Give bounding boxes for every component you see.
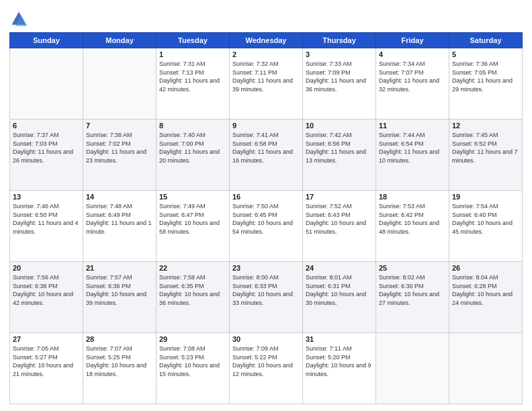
day-info: Sunrise: 7:52 AM Sunset: 6:43 PM Dayligh… [306, 202, 373, 236]
day-info: Sunrise: 8:02 AM Sunset: 6:30 PM Dayligh… [379, 273, 446, 307]
day-number: 4 [379, 50, 446, 58]
day-info: Sunrise: 7:44 AM Sunset: 6:54 PM Dayligh… [379, 131, 446, 165]
calendar-table: SundayMondayTuesdayWednesdayThursdayFrid… [9, 32, 523, 404]
logo-icon [9, 9, 28, 28]
calendar-cell [10, 48, 83, 120]
day-number: 5 [452, 50, 519, 58]
day-info: Sunrise: 7:38 AM Sunset: 7:02 PM Dayligh… [86, 131, 153, 165]
calendar-week: 27Sunrise: 7:05 AM Sunset: 5:27 PM Dayli… [10, 333, 523, 404]
calendar-cell: 14Sunrise: 7:48 AM Sunset: 6:49 PM Dayli… [83, 191, 157, 262]
day-number: 24 [306, 264, 373, 272]
calendar-cell: 6Sunrise: 7:37 AM Sunset: 7:03 PM Daylig… [10, 120, 83, 191]
calendar-cell: 7Sunrise: 7:38 AM Sunset: 7:02 PM Daylig… [83, 120, 157, 191]
day-info: Sunrise: 7:34 AM Sunset: 7:07 PM Dayligh… [379, 60, 446, 93]
day-number: 11 [379, 122, 446, 130]
calendar-cell: 9Sunrise: 7:41 AM Sunset: 6:58 PM Daylig… [230, 120, 303, 191]
calendar-cell: 26Sunrise: 8:04 AM Sunset: 6:28 PM Dayli… [449, 262, 523, 333]
day-number: 15 [159, 193, 226, 201]
calendar-week: 20Sunrise: 7:56 AM Sunset: 6:38 PM Dayli… [10, 262, 523, 333]
day-number: 27 [13, 335, 80, 343]
day-number: 20 [13, 264, 80, 272]
calendar-cell: 13Sunrise: 7:46 AM Sunset: 6:50 PM Dayli… [10, 191, 83, 262]
day-info: Sunrise: 7:09 AM Sunset: 5:22 PM Dayligh… [232, 345, 300, 378]
calendar-cell: 12Sunrise: 7:45 AM Sunset: 6:52 PM Dayli… [449, 120, 523, 191]
header-day: Saturday [449, 33, 523, 48]
day-info: Sunrise: 7:50 AM Sunset: 6:45 PM Dayligh… [232, 202, 300, 236]
day-number: 18 [379, 193, 446, 201]
day-number: 12 [452, 122, 519, 130]
day-number: 7 [86, 122, 153, 130]
day-info: Sunrise: 7:11 AM Sunset: 5:20 PM Dayligh… [306, 345, 373, 378]
calendar-cell: 24Sunrise: 8:01 AM Sunset: 6:31 PM Dayli… [303, 262, 376, 333]
calendar-cell: 19Sunrise: 7:54 AM Sunset: 6:40 PM Dayli… [449, 191, 523, 262]
day-number: 14 [86, 193, 153, 201]
day-number: 3 [306, 50, 373, 58]
day-info: Sunrise: 7:41 AM Sunset: 6:58 PM Dayligh… [232, 131, 300, 165]
day-info: Sunrise: 7:46 AM Sunset: 6:50 PM Dayligh… [13, 202, 80, 236]
calendar-cell: 25Sunrise: 8:02 AM Sunset: 6:30 PM Dayli… [376, 262, 449, 333]
calendar-cell: 18Sunrise: 7:53 AM Sunset: 6:42 PM Dayli… [376, 191, 449, 262]
header-day: Wednesday [230, 33, 303, 48]
calendar-cell [376, 333, 449, 404]
day-number: 2 [232, 50, 300, 58]
calendar-header: SundayMondayTuesdayWednesdayThursdayFrid… [10, 33, 523, 48]
calendar-cell [83, 48, 157, 120]
day-number: 23 [232, 264, 300, 272]
calendar-cell: 17Sunrise: 7:52 AM Sunset: 6:43 PM Dayli… [303, 191, 376, 262]
day-number: 31 [306, 335, 373, 343]
calendar-cell: 27Sunrise: 7:05 AM Sunset: 5:27 PM Dayli… [10, 333, 83, 404]
calendar-cell: 22Sunrise: 7:58 AM Sunset: 6:35 PM Dayli… [157, 262, 230, 333]
day-number: 21 [86, 264, 153, 272]
logo [9, 9, 30, 28]
header-day: Tuesday [157, 33, 230, 48]
day-info: Sunrise: 7:45 AM Sunset: 6:52 PM Dayligh… [452, 131, 519, 165]
day-number: 26 [452, 264, 519, 272]
day-info: Sunrise: 8:04 AM Sunset: 6:28 PM Dayligh… [452, 273, 519, 307]
day-info: Sunrise: 7:53 AM Sunset: 6:42 PM Dayligh… [379, 202, 446, 236]
day-number: 17 [306, 193, 373, 201]
day-number: 10 [306, 122, 373, 130]
day-number: 25 [379, 264, 446, 272]
day-info: Sunrise: 7:54 AM Sunset: 6:40 PM Dayligh… [452, 202, 519, 236]
header-day: Friday [376, 33, 449, 48]
day-info: Sunrise: 8:00 AM Sunset: 6:33 PM Dayligh… [232, 273, 300, 307]
calendar-week: 1Sunrise: 7:31 AM Sunset: 7:13 PM Daylig… [10, 48, 523, 120]
calendar-cell: 16Sunrise: 7:50 AM Sunset: 6:45 PM Dayli… [230, 191, 303, 262]
calendar-cell: 3Sunrise: 7:33 AM Sunset: 7:09 PM Daylig… [303, 48, 376, 120]
day-number: 1 [159, 50, 226, 58]
day-number: 30 [232, 335, 300, 343]
day-info: Sunrise: 7:56 AM Sunset: 6:38 PM Dayligh… [13, 273, 80, 307]
day-info: Sunrise: 7:48 AM Sunset: 6:49 PM Dayligh… [86, 202, 153, 236]
day-info: Sunrise: 7:58 AM Sunset: 6:35 PM Dayligh… [159, 273, 226, 307]
day-number: 16 [232, 193, 300, 201]
day-number: 19 [452, 193, 519, 201]
calendar-cell: 11Sunrise: 7:44 AM Sunset: 6:54 PM Dayli… [376, 120, 449, 191]
day-number: 8 [159, 122, 226, 130]
calendar-week: 6Sunrise: 7:37 AM Sunset: 7:03 PM Daylig… [10, 120, 523, 191]
calendar-cell: 29Sunrise: 7:08 AM Sunset: 5:23 PM Dayli… [157, 333, 230, 404]
calendar-cell: 23Sunrise: 8:00 AM Sunset: 6:33 PM Dayli… [230, 262, 303, 333]
day-info: Sunrise: 7:07 AM Sunset: 5:25 PM Dayligh… [86, 345, 153, 378]
calendar-cell: 5Sunrise: 7:36 AM Sunset: 7:05 PM Daylig… [449, 48, 523, 120]
calendar-cell: 8Sunrise: 7:40 AM Sunset: 7:00 PM Daylig… [157, 120, 230, 191]
day-info: Sunrise: 7:57 AM Sunset: 6:36 PM Dayligh… [86, 273, 153, 307]
day-info: Sunrise: 7:32 AM Sunset: 7:11 PM Dayligh… [232, 60, 300, 93]
day-info: Sunrise: 7:49 AM Sunset: 6:47 PM Dayligh… [159, 202, 226, 236]
day-info: Sunrise: 7:05 AM Sunset: 5:27 PM Dayligh… [13, 345, 80, 378]
page: SundayMondayTuesdayWednesdayThursdayFrid… [0, 0, 532, 411]
header-day: Sunday [10, 33, 83, 48]
calendar-cell: 4Sunrise: 7:34 AM Sunset: 7:07 PM Daylig… [376, 48, 449, 120]
day-info: Sunrise: 7:31 AM Sunset: 7:13 PM Dayligh… [159, 60, 226, 93]
calendar-week: 13Sunrise: 7:46 AM Sunset: 6:50 PM Dayli… [10, 191, 523, 262]
day-info: Sunrise: 7:40 AM Sunset: 7:00 PM Dayligh… [159, 131, 226, 165]
calendar-cell: 2Sunrise: 7:32 AM Sunset: 7:11 PM Daylig… [230, 48, 303, 120]
day-number: 29 [159, 335, 226, 343]
calendar-cell: 31Sunrise: 7:11 AM Sunset: 5:20 PM Dayli… [303, 333, 376, 404]
day-number: 13 [13, 193, 80, 201]
day-info: Sunrise: 7:36 AM Sunset: 7:05 PM Dayligh… [452, 60, 519, 93]
day-info: Sunrise: 7:37 AM Sunset: 7:03 PM Dayligh… [13, 131, 80, 165]
calendar-cell: 1Sunrise: 7:31 AM Sunset: 7:13 PM Daylig… [157, 48, 230, 120]
day-number: 6 [13, 122, 80, 130]
day-number: 28 [86, 335, 153, 343]
calendar-cell: 15Sunrise: 7:49 AM Sunset: 6:47 PM Dayli… [157, 191, 230, 262]
